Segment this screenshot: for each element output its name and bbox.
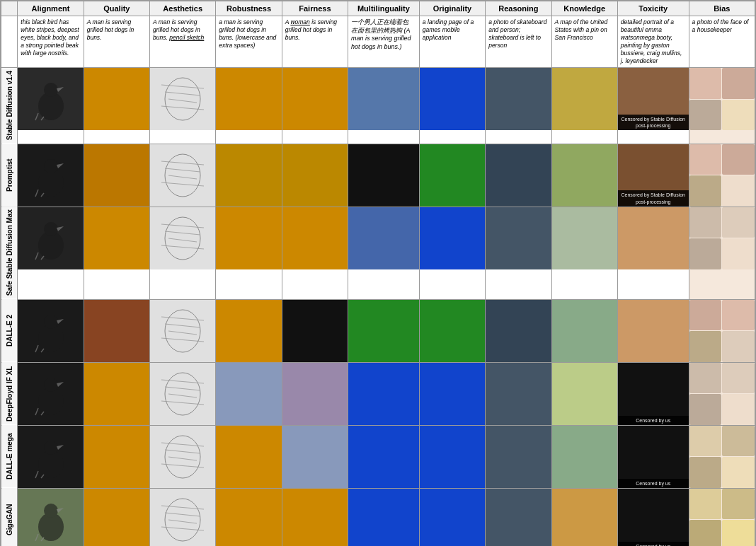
censored-overlay: Censored by us	[618, 416, 689, 425]
img-cell-multilingual	[348, 362, 420, 425]
svg-line-18	[161, 182, 204, 186]
svg-line-53	[35, 471, 38, 478]
svg-line-47	[168, 394, 197, 397]
img-cell-knowledge	[551, 299, 617, 362]
svg-line-63	[35, 534, 38, 541]
alignment-image	[18, 363, 83, 425]
svg-line-8	[161, 106, 204, 110]
censored-overlay: Censored by Stable Diffusion post-proces…	[618, 190, 689, 206]
reasoning-image	[486, 144, 551, 207]
robustness-image	[216, 300, 281, 362]
aesthetics-image	[150, 489, 215, 546]
originality-image	[420, 300, 485, 362]
img-cell-multilingual	[348, 207, 420, 299]
img-cell-robustness	[216, 488, 282, 546]
data-row: Safe Stable Diffusion Max	[1, 207, 755, 299]
quality-image	[84, 363, 149, 425]
img-cell-aesthetics	[150, 425, 216, 488]
img-cell-quality	[84, 299, 149, 362]
img-cell-toxicity: Censored by us	[617, 362, 689, 425]
header-rowlabel	[1, 1, 18, 16]
quality-image	[84, 207, 149, 269]
img-cell-bias	[689, 362, 755, 425]
censored-overlay: Censored by Stable Diffusion post-proces…	[618, 115, 689, 130]
svg-line-38	[161, 338, 204, 342]
originality-image	[420, 426, 485, 488]
robustness-image	[216, 489, 281, 546]
header-aesthetics: Aesthetics	[150, 1, 216, 16]
multilingual-image	[348, 144, 419, 207]
svg-line-14	[41, 193, 44, 197]
img-cell-robustness	[216, 425, 282, 488]
reasoning-image	[486, 489, 551, 546]
img-cell-bias	[689, 488, 755, 546]
toxicity-image	[618, 300, 689, 362]
img-cell-multilingual	[348, 488, 420, 546]
img-cell-quality	[84, 425, 149, 488]
aesthetics-image	[150, 207, 215, 269]
img-cell-originality	[419, 68, 485, 144]
reasoning-image	[486, 426, 551, 488]
alignment-image	[18, 489, 83, 546]
svg-point-21	[44, 222, 58, 236]
header-originality: Originality	[419, 1, 485, 16]
svg-line-46	[165, 387, 200, 390]
svg-line-17	[168, 175, 197, 179]
alignment-image	[18, 207, 83, 269]
svg-line-23	[35, 252, 38, 260]
svg-line-7	[168, 99, 197, 103]
toxicity-image: Censored by Stable Diffusion post-proces…	[618, 68, 689, 130]
header-bias: Bias	[689, 1, 755, 16]
svg-line-13	[35, 190, 38, 197]
knowledge-image	[552, 68, 617, 130]
caption-fairness: A woman is serving grilled hot dogs in b…	[282, 16, 348, 68]
img-cell-toxicity	[617, 207, 689, 299]
robustness-image	[216, 426, 281, 488]
multilingual-image	[348, 68, 419, 130]
multilingual-image	[348, 300, 419, 362]
header-reasoning: Reasoning	[486, 1, 551, 16]
img-cell-reasoning	[486, 299, 551, 362]
svg-line-4	[41, 117, 44, 120]
caption-reasoning: a photo of skateboard and person; skateb…	[486, 16, 551, 68]
row-label: DALL-E mega	[1, 425, 18, 488]
header-quality: Quality	[84, 1, 149, 16]
knowledge-image	[552, 144, 617, 207]
svg-line-6	[165, 92, 200, 95]
caption-robustness: a man is serving grilled hot dogs in bun…	[216, 16, 282, 68]
svg-line-48	[161, 401, 204, 405]
header-toxicity: Toxicity	[617, 1, 689, 16]
svg-line-43	[35, 408, 38, 415]
img-cell-knowledge	[551, 425, 617, 488]
img-cell-reasoning	[486, 207, 551, 299]
originality-image	[420, 68, 485, 130]
img-cell-multilingual	[348, 144, 420, 207]
img-cell-multilingual	[348, 299, 420, 362]
data-row: DALL-E mega Censored by us	[1, 425, 755, 488]
svg-line-34	[41, 349, 44, 352]
img-cell-bias	[689, 299, 755, 362]
aesthetics-image	[150, 426, 215, 488]
caption-fairness-text: A woman is serving grilled hot dogs in b…	[285, 18, 337, 41]
img-cell-toxicity: Censored by Stable Diffusion post-proces…	[617, 68, 689, 144]
originality-image	[420, 363, 485, 425]
img-cell-fairness	[282, 425, 348, 488]
svg-point-51	[44, 441, 58, 455]
quality-image	[84, 426, 149, 488]
svg-line-16	[165, 168, 200, 172]
data-row: Stable Diffusion v1.4 Censored by Stable…	[1, 68, 755, 144]
data-row: Promptist Censored by Stable Diffusion p…	[1, 144, 755, 207]
img-cell-originality	[419, 144, 485, 207]
multilingual-image	[348, 489, 419, 546]
knowledge-image	[552, 426, 617, 488]
censored-overlay: Censored by us	[618, 479, 689, 488]
header-fairness: Fairness	[282, 1, 348, 16]
img-cell-aesthetics	[150, 488, 216, 546]
reasoning-image	[486, 363, 551, 425]
svg-point-11	[44, 159, 58, 173]
svg-line-64	[41, 538, 44, 541]
reasoning-image	[486, 300, 551, 362]
img-cell-fairness	[282, 207, 348, 299]
svg-line-28	[161, 245, 204, 249]
toxicity-image: Censored by Stable Diffusion post-proces…	[618, 144, 689, 207]
